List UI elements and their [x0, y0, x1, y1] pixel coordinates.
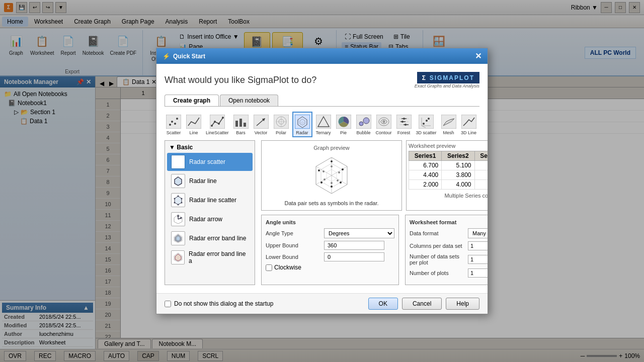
ok-button[interactable]: OK — [368, 298, 398, 310]
dialog-overlay: ⚡ Quick Start ✕ What would you like Sigm… — [0, 0, 644, 362]
svg-line-72 — [178, 218, 182, 219]
ws-cell-3-2: 4.000 — [442, 180, 474, 190]
chart-type-vector[interactable]: Vector — [252, 113, 270, 136]
num-plots-label: Number of plots — [410, 270, 465, 276]
forest-label: Forest — [397, 130, 411, 135]
svg-point-70 — [174, 198, 176, 200]
lower-bound-input[interactable] — [324, 252, 384, 261]
mesh-icon — [441, 114, 457, 130]
chart-type-scatter[interactable]: Scatter — [165, 113, 183, 136]
bars-icon — [233, 114, 249, 130]
logo-sub: Exact Graphs and Data Analysis — [415, 83, 479, 88]
columns-per-dataset-input[interactable] — [468, 241, 488, 250]
lower-bound-label: Lower Bound — [266, 254, 321, 260]
sigmaplot-logo: Σ SIGMAPLOT — [417, 72, 479, 83]
svg-point-1 — [169, 124, 171, 126]
svg-marker-78 — [175, 254, 181, 261]
svg-point-3 — [174, 123, 176, 125]
svg-rect-55 — [461, 115, 476, 129]
cancel-button[interactable]: Cancel — [402, 298, 442, 310]
chart-type-radar[interactable]: Radar — [292, 112, 312, 137]
subtype-radar-line-scatter[interactable]: Radar line scatter — [167, 191, 253, 209]
tab-create-graph[interactable]: Create graph — [165, 95, 219, 106]
ws-preview-note: Multiple Series columns. — [409, 193, 488, 199]
chart-type-forest[interactable]: Forest — [395, 113, 413, 136]
svg-point-2 — [171, 121, 173, 123]
ws-cell-2-1: 4.400 — [409, 170, 442, 180]
chart-type-pie[interactable]: Pie — [335, 113, 353, 136]
svg-point-59 — [180, 163, 182, 164]
chart-type-linescatter[interactable]: LineScatter — [205, 113, 230, 136]
chart-type-3dscatter[interactable]: 3D scatter — [415, 113, 438, 136]
clockwise-checkbox[interactable] — [266, 264, 272, 271]
graph-preview-description: Data pair sets as symbols in the radar. — [284, 200, 378, 206]
num-plots-input[interactable] — [468, 268, 488, 278]
angle-type-field: Angle Type Degrees Radians — [266, 228, 394, 238]
chart-subtypes-panel: ▼ Basic Radar scatter Radar line — [165, 140, 255, 285]
svg-rect-46 — [419, 115, 434, 129]
ws-cell-2-3: 1.000 — [474, 170, 488, 180]
help-button[interactable]: Help — [446, 298, 479, 310]
lower-bound-field: Lower Bound — [266, 252, 394, 261]
angle-type-select[interactable]: Degrees Radians — [324, 228, 394, 238]
angle-units-title: Angle units — [266, 219, 394, 225]
scatter-icon — [166, 114, 182, 130]
ws-cell-3-3: 4.500 — [474, 180, 488, 190]
dialog-close-button[interactable]: ✕ — [475, 51, 481, 61]
svg-rect-14 — [244, 123, 246, 127]
dialog-heading: What would you like SigmaPlot to do? — [165, 75, 316, 85]
bubble-label: Bubble — [357, 130, 371, 135]
svg-point-8 — [214, 121, 216, 123]
subtype-radar-error-band-line[interactable]: Radar error band line — [167, 229, 253, 247]
svg-rect-53 — [441, 115, 456, 129]
contour-label: Contour — [376, 130, 392, 135]
chart-type-polar[interactable]: Polar — [272, 113, 290, 136]
svg-point-62 — [175, 160, 177, 162]
chart-type-bars[interactable]: Bars — [232, 113, 250, 136]
chart-type-bubble[interactable]: Bubble — [355, 113, 373, 136]
ws-col-series1: Series1 — [409, 151, 442, 161]
3dline-label: 3D Line — [461, 130, 476, 135]
radar-arrow-icon — [171, 212, 185, 226]
data-format-select[interactable]: Many Series XY Pair — [468, 228, 488, 238]
ws-preview-table: Series1 Series2 Series3 Series4 6.700 — [409, 151, 488, 190]
num-datasets-label: Number of data sets per plot — [410, 253, 465, 265]
chart-type-3dline[interactable]: 3D Line — [460, 113, 478, 136]
upper-bound-field: Upper Bound — [266, 241, 394, 250]
upper-bound-label: Upper Bound — [266, 242, 321, 248]
sigma-logo-area: Σ SIGMAPLOT Exact Graphs and Data Analys… — [415, 72, 479, 88]
data-format-field: Data format Many Series XY Pair — [410, 228, 488, 238]
subtype-radar-line[interactable]: Radar line — [167, 172, 253, 190]
chart-type-line[interactable]: Line — [185, 113, 203, 136]
graph-preview-title: Graph preview — [313, 145, 350, 151]
polar-label: Polar — [276, 130, 286, 135]
svg-point-97 — [331, 182, 333, 184]
chart-type-contour[interactable]: Contour — [375, 113, 393, 136]
chart-type-ternary[interactable]: Ternary — [314, 113, 333, 136]
mesh-label: Mesh — [443, 130, 454, 135]
subtype-radar-error-band-line-a[interactable]: Radar error band line a — [167, 248, 253, 266]
settings-row: Angle units Angle Type Degrees Radians U… — [261, 215, 488, 285]
chart-type-mesh[interactable]: Mesh — [440, 113, 458, 136]
pie-label: Pie — [340, 130, 347, 135]
ws-cell-3-1: 2.000 — [409, 180, 442, 190]
svg-point-93 — [318, 169, 320, 171]
svg-point-65 — [178, 196, 179, 197]
do-not-show-checkbox-area: Do not show this dialog at the startup — [165, 300, 273, 307]
expand-icon: ▼ — [169, 144, 175, 151]
upper-bound-input[interactable] — [324, 241, 384, 250]
bars-label: Bars — [236, 130, 246, 135]
dialog-tabs: Create graph Open notebook — [165, 95, 479, 107]
svg-point-51 — [423, 123, 425, 125]
svg-point-66 — [181, 198, 183, 200]
svg-point-69 — [174, 202, 176, 204]
subtype-radar-scatter[interactable]: Radar scatter — [167, 153, 253, 171]
tab-open-notebook[interactable]: Open notebook — [220, 95, 278, 106]
svg-point-90 — [340, 182, 342, 184]
subtype-radar-arrow[interactable]: Radar arrow — [167, 210, 253, 228]
quick-start-dialog: ⚡ Quick Start ✕ What would you like Sigm… — [156, 48, 488, 314]
do-not-show-checkbox[interactable] — [165, 301, 171, 307]
forest-icon — [396, 114, 412, 130]
svg-point-52 — [428, 118, 430, 120]
num-datasets-input[interactable] — [468, 255, 488, 264]
